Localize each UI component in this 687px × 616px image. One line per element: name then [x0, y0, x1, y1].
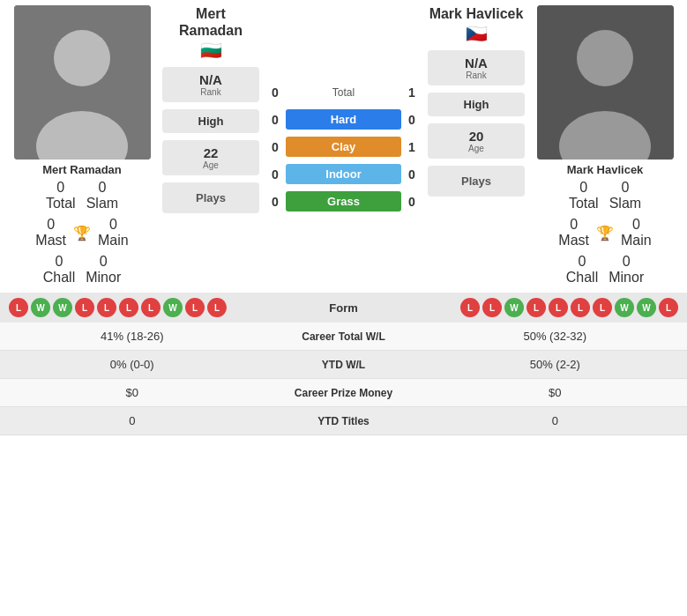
form-bubble-l: L [185, 298, 205, 317]
total-score-row: 0 Total 1 [265, 83, 422, 102]
p1-clay-score: 0 [265, 140, 286, 154]
player1-slam-val: 0 [86, 180, 118, 196]
player1-total-lbl: Total [46, 196, 76, 212]
form-bubble-l: L [460, 298, 480, 317]
trophy1-icon: 🏆 [73, 225, 91, 241]
p1-indoor-score: 0 [265, 167, 286, 182]
player1-rank-box: N/A Rank [162, 67, 259, 102]
player2-rank-val: N/A [437, 56, 516, 71]
form-bubble-l: L [119, 298, 138, 317]
player1-plays: Plays [162, 182, 259, 213]
form-bubble-l: L [482, 298, 502, 317]
player1-main-lbl: Main [98, 233, 129, 249]
player1-minor-lbl: Minor [86, 270, 121, 286]
stats-left-1: 0% (0-0) [9, 358, 256, 371]
player1-slam-lbl: Slam [86, 196, 118, 212]
middle-column: Mert Ramadan 🇧🇬 N/A Rank High 22 Age Pla… [162, 5, 525, 286]
player1-high: High [171, 115, 250, 128]
form-bubble-l: L [549, 298, 568, 317]
player2-rank-lbl: Rank [437, 71, 516, 80]
player2-high: High [437, 98, 516, 111]
left-player-column: Mert Ramadan 0 Total 0 Slam 0 Mast 🏆 0 M… [7, 5, 157, 286]
form-bubble-w: W [31, 298, 50, 317]
form-bubble-l: L [659, 298, 678, 317]
player1-age-lbl: Age [171, 160, 250, 170]
form-bubble-w: W [53, 298, 72, 317]
center-scores: 0 Total 1 0 Hard 0 0 Clay 1 0 Indoor [265, 5, 422, 213]
stats-container: 41% (18-26)Career Total W/L50% (32-32)0%… [0, 323, 687, 435]
stats-center-2: Career Prize Money [256, 387, 432, 399]
stats-right-0: 50% (32-32) [432, 330, 679, 343]
hard-label: Hard [286, 109, 401, 130]
player2-slam-val: 0 [609, 180, 641, 196]
p1-hard-score: 0 [265, 113, 286, 127]
form-bubble-l: L [75, 298, 94, 317]
player2-main-val: 0 [621, 217, 652, 233]
stats-left-0: 41% (18-26) [9, 330, 256, 343]
total-label: Total [286, 83, 401, 102]
p1-grass-score: 0 [265, 195, 286, 209]
player2-trophy-row: 0 Mast 🏆 0 Main [558, 217, 651, 249]
player1-photo [14, 5, 151, 160]
form-bubble-w: W [637, 298, 656, 317]
form-section: LWWLLLLWLL Form LLWLLLLWWL [0, 293, 687, 323]
player2-total-lbl: Total [569, 196, 599, 212]
indoor-label: Indoor [286, 164, 401, 184]
form-bubble-l: L [207, 298, 227, 317]
form-bubble-l: L [571, 298, 590, 317]
form-bubble-w: W [163, 298, 183, 317]
player2-minor-lbl: Minor [609, 270, 644, 286]
player1-mast-lbl: Mast [35, 233, 66, 249]
form-bubble-l: L [97, 298, 116, 317]
stats-row-2: $0Career Prize Money$0 [0, 379, 687, 407]
player2-rank-box: N/A Rank [428, 50, 525, 85]
form-bubble-w: W [615, 298, 634, 317]
stats-left-2: $0 [9, 386, 256, 399]
player1-high-box: High [162, 109, 259, 133]
svg-point-4 [577, 30, 633, 86]
hard-score-row: 0 Hard 0 [265, 109, 422, 130]
stats-row-0: 41% (18-26)Career Total W/L50% (32-32) [0, 323, 687, 351]
player1-age-val: 22 [171, 145, 250, 160]
center-left-info: Mert Ramadan 🇧🇬 N/A Rank High 22 Age Pla… [162, 5, 259, 213]
p2-clay-score: 1 [401, 140, 422, 154]
form-bubble-l: L [593, 298, 612, 317]
player2-mast-val: 0 [558, 217, 589, 233]
player1-form-bubbles: LWWLLLLWLL [9, 298, 227, 317]
player2-main-lbl: Main [621, 233, 652, 249]
grass-label: Grass [286, 191, 401, 212]
player2-minor-val: 0 [609, 254, 644, 270]
player1-center-name: Mert Ramadan [162, 5, 259, 39]
player1-total-val: 0 [46, 180, 76, 196]
player2-chall-lbl: Chall [566, 270, 598, 286]
player1-trophy-row: 0 Mast 🏆 0 Main [35, 217, 128, 249]
form-bubble-l: L [141, 298, 161, 317]
form-bubble-w: W [504, 298, 524, 317]
form-bubble-l: L [9, 298, 28, 317]
p2-total-score: 1 [401, 85, 422, 100]
clay-score-row: 0 Clay 1 [265, 137, 422, 157]
player2-total-val: 0 [569, 180, 599, 196]
player2-chall-val: 0 [566, 254, 598, 270]
stats-row-3: 0YTD Titles0 [0, 407, 687, 435]
svg-point-1 [54, 30, 110, 86]
player2-age-lbl: Age [437, 144, 516, 153]
player1-mast-val: 0 [35, 217, 66, 233]
stats-left-3: 0 [9, 414, 256, 427]
grass-score-row: 0 Grass 0 [265, 191, 422, 212]
player1-chall-val: 0 [43, 254, 75, 270]
p2-grass-score: 0 [401, 195, 422, 209]
stats-center-0: Career Total W/L [256, 330, 432, 343]
player2-form-bubbles: LLWLLLLWWL [460, 298, 678, 317]
player2-slam-lbl: Slam [609, 196, 641, 212]
stats-row-1: 0% (0-0)YTD W/L50% (2-2) [0, 351, 687, 379]
player1-age-box: 22 Age [162, 140, 259, 175]
player2-photo [537, 5, 674, 160]
player2-plays: Plays [428, 166, 525, 197]
player1-flag: 🇧🇬 [198, 42, 223, 58]
stats-center-3: YTD Titles [256, 415, 432, 427]
player1-name: Mert Ramadan [42, 163, 122, 176]
player1-chall-lbl: Chall [43, 270, 75, 286]
player2-name: Mark Havlicek [567, 163, 644, 176]
trophy2-icon: 🏆 [596, 225, 614, 241]
